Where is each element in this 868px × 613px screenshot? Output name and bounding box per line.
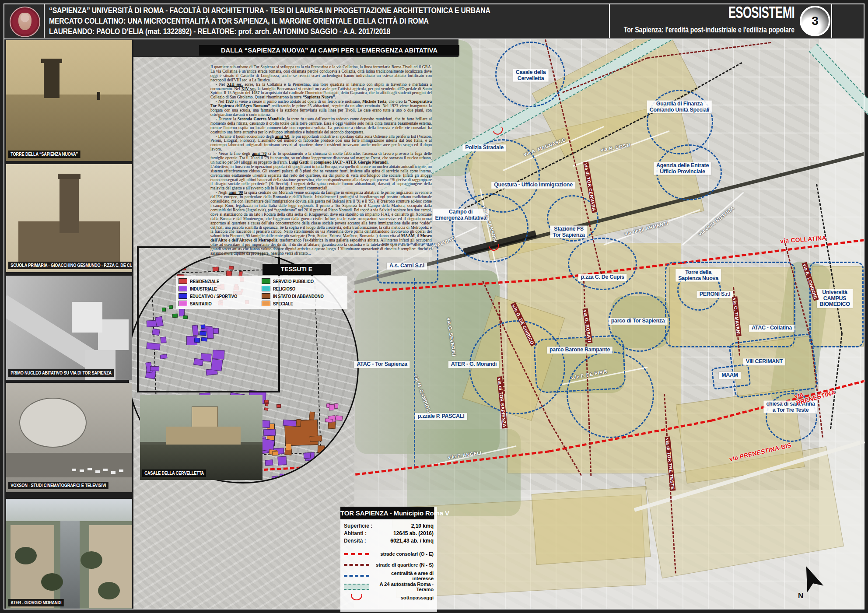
stat-value: 6021,43 ab. / kmq bbox=[381, 537, 434, 545]
sapienza-logo-icon bbox=[10, 7, 40, 37]
photo-shape bbox=[58, 174, 80, 179]
map-legend-row-strade-di-quartiere-n-s: strade di quartiere (N - S) bbox=[344, 559, 434, 570]
article-paragraph: - Durante la Seconda Guerra Mondiale, la… bbox=[210, 117, 432, 135]
map-label-peroni-s-r-l: PERONI S.r.l bbox=[697, 291, 733, 298]
detail-building-purple bbox=[265, 459, 273, 466]
centrality-boundary bbox=[414, 278, 415, 466]
photo-torre-sapienza-nuova: TORRE DELLA “SAPIENZA NUOVA” bbox=[6, 40, 132, 161]
header-title-line2: MERCATO COLLATINO: UNA MICROCENTRALITÀ A… bbox=[49, 16, 490, 26]
legend-swatch bbox=[262, 301, 270, 306]
legend-label: SPECIALE bbox=[273, 301, 293, 306]
map-legend-row-a-24-autostrada-roma-teramo: A 24 autostrada Roma - Teramo bbox=[344, 581, 434, 592]
article-paragraph: - Nel 1920 si viene a creare il primo nu… bbox=[210, 100, 432, 117]
photo-shape bbox=[60, 521, 80, 609]
stat-value: 2,10 kmq bbox=[381, 522, 434, 530]
photo-caption: SCUOLA PRIMARIA - GIOACCHINO GESMUNDO - … bbox=[8, 262, 132, 269]
map-legend-label: strade consolari (O - E) bbox=[369, 551, 434, 557]
centrality-circle bbox=[647, 90, 713, 154]
detail-building-purple bbox=[263, 429, 276, 436]
stat-row-abitanti: Abitanti :12645 ab. (2016) bbox=[344, 530, 434, 537]
map-label-polizia-stradale: Polizia Stradale bbox=[462, 144, 506, 151]
article-title-bar: DALLA “SAPIENZA NUOVA” AI CAMPI PER L'EM… bbox=[199, 45, 459, 56]
map-label-atac-tor-sapienza: ATAC - Tor Sapienza bbox=[354, 361, 410, 368]
map-label-p-zza-c-de-cupis: p.zza C. De Cupis bbox=[578, 274, 626, 281]
map-legend-label: strade di quartiere (N - S) bbox=[369, 562, 434, 567]
detail-building-purple bbox=[277, 456, 287, 466]
detail-building-red bbox=[265, 403, 268, 406]
series-subtitle: Tor Sapienza: l'eredità post-industriale… bbox=[602, 25, 794, 35]
photo-primo-nucleo: PRIMO NUCLEO ABITATIVO SU VIA DI TOR SAP… bbox=[6, 276, 132, 380]
photo-caption: CASALE DELLA CERVELLETTA bbox=[142, 469, 206, 477]
legend-item-servizio-pubblico: SERVIZIO PUBBLICO bbox=[262, 277, 345, 285]
photo-caption: TORRE DELLA “SAPIENZA NUOVA” bbox=[8, 151, 80, 158]
header-title-line1: “SAPIENZA” UNIVERSITÀ DI ROMA - FACOLTÀ … bbox=[49, 5, 490, 16]
map-label-casale-della-cervelletta: Casale della Cervelletta bbox=[513, 69, 549, 82]
map-legend-label: A 24 autostrada Roma - Teramo bbox=[369, 581, 434, 592]
header-separator bbox=[831, 4, 832, 38]
photo-shape bbox=[72, 302, 102, 333]
map-label-parco-barone-rampante: parco Barone Rampante bbox=[547, 347, 612, 354]
legend-item-industriale: INDUSTRIALE bbox=[178, 285, 262, 292]
photo-shape bbox=[41, 59, 62, 63]
legend-label: RELIGIOSO bbox=[273, 286, 295, 291]
detail-building-brown bbox=[309, 436, 322, 442]
map-label-guardia-di-finanza-comando-unit-speciali: Guardia di Finanza Comando Unità Special… bbox=[647, 101, 712, 113]
compass-label: N bbox=[798, 592, 803, 600]
tessuti-legend: RESIDENZIALEINDUSTRIALEEDUCATIVO / SPORT… bbox=[176, 276, 347, 309]
detail-building-magenta bbox=[329, 404, 334, 410]
legend-swatch bbox=[178, 293, 187, 299]
photo-shape bbox=[60, 176, 79, 233]
map-label-viii-cerimant: VIII CERIMANT bbox=[743, 358, 785, 365]
a24-symbol-icon bbox=[344, 584, 369, 590]
tessuti-title-bar: TESSUTI E CENTRALITÀ bbox=[262, 264, 331, 275]
photo-caption: VOXSON - STUDI CINEMATOGRAFICI E TELEVIS… bbox=[8, 482, 108, 489]
consolari-symbol-icon bbox=[344, 550, 369, 557]
stat-label: Abitanti : bbox=[344, 530, 381, 537]
stat-row-densit: Densità :6021,43 ab. / kmq bbox=[344, 537, 434, 545]
detail-building-orange bbox=[272, 451, 279, 455]
detail-building-orange bbox=[286, 444, 291, 450]
legend-label: RESIDENZIALE bbox=[190, 279, 219, 284]
legend-swatch bbox=[178, 286, 187, 291]
stat-label: Densità : bbox=[344, 537, 381, 545]
photo-shape bbox=[44, 61, 60, 98]
detail-building-magenta bbox=[325, 418, 333, 422]
map-label-agenzia-delle-entrate-ufficio-provincial: Agenzia delle Entrate Ufficio Provincial… bbox=[654, 162, 711, 175]
stat-label: Superficie : bbox=[344, 522, 381, 530]
legend-item-religioso: RELIGIOSO bbox=[262, 285, 345, 292]
map-legend-row-strade-consolari-o-e: strade consolari (O - E) bbox=[344, 548, 434, 559]
article-paragraph: - Nel XIII sec. sorse, tra la Collatina … bbox=[210, 83, 432, 100]
header-titles: “SAPIENZA” UNIVERSITÀ DI ROMA - FACOLTÀ … bbox=[49, 5, 490, 37]
info-box-legend: strade consolari (O - E)strade di quarti… bbox=[340, 546, 437, 606]
header-separator bbox=[44, 4, 45, 38]
built-area bbox=[532, 486, 651, 565]
info-box-title: TOR SAPIENZA - Municipio Roma V bbox=[340, 507, 434, 519]
photo-ater-morandi: ATER - GIORGIO MORANDI bbox=[6, 499, 132, 609]
stat-value: 12645 ab. (2016) bbox=[381, 530, 434, 537]
legend-label: EDUCATIVO / SPORTIVO bbox=[190, 294, 237, 299]
article-paragraph: L'obiettivo, in linea con le operazioni … bbox=[210, 165, 432, 191]
detail-building-magenta bbox=[334, 403, 339, 409]
stat-row-superficie: Superficie :2,10 kmq bbox=[344, 522, 434, 530]
photo-casale-cervelletta: CASALE DELLA CERVELLETTA bbox=[140, 395, 262, 480]
legend-label: SERVIZIO PUBBLICO bbox=[273, 279, 314, 284]
map-legend-label: sottopassaggi bbox=[369, 595, 434, 600]
photo-shape bbox=[6, 499, 132, 521]
map-legend-row-sottopassaggi: sottopassaggi bbox=[344, 592, 434, 603]
centralita-symbol-icon bbox=[344, 572, 369, 579]
map-legend-label: centralità e aree di interesse bbox=[369, 571, 434, 581]
detail-building-purple bbox=[283, 420, 298, 427]
centrality-circle bbox=[568, 238, 637, 290]
tessuti-frame bbox=[137, 246, 280, 392]
detail-building-purple bbox=[303, 453, 311, 459]
map-label-torre-della-sapienza-nuova: Torre della Sapienza Nuova bbox=[676, 269, 721, 282]
photo-shape bbox=[10, 525, 54, 608]
legend-item-residenziale: RESIDENZIALE bbox=[178, 277, 262, 285]
map-label-parco-di-tor-sapienza: parco di Tor Sapienza bbox=[609, 318, 668, 325]
map-label-a-s-carni-s-r-l: A.s. Carni S.r.l bbox=[387, 263, 427, 270]
map-label-questura-ufficio-immigrazione: Questura - Ufficio Immigrazione bbox=[491, 182, 575, 189]
detail-building-red bbox=[264, 400, 269, 403]
photo-voxson: VOXSON - STUDI CINEMATOGRAFICI E TELEVIS… bbox=[6, 383, 132, 492]
series-title: ESOSISTEMI bbox=[666, 4, 794, 22]
legend-item-in-stato-di-abbandono: IN STATO DI ABBANDONO bbox=[262, 292, 345, 300]
